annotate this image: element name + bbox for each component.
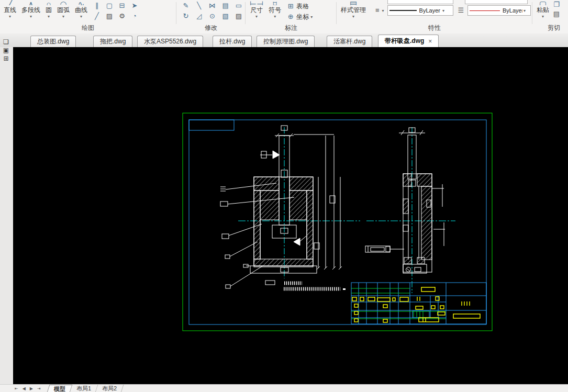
style-manager-icon: ▤ [350,0,357,5]
file-tab[interactable]: 拖把.dwg [93,36,132,47]
table-icon: ⊞ [286,2,295,11]
last-layout-button[interactable]: ⇥ [37,386,41,391]
file-tab-active[interactable]: 带杆吸盘.dwg × [378,35,439,47]
hatch-edit-icon[interactable]: ▨ [234,12,243,21]
panel-draw: ╱ 直线 ▾ ∧ 多段线 ▾ ○ 圆 ▾ ◠ 圆弧 ▾ ∿ 曲线 [1,0,175,33]
panel-modify: ✎ ↻ ╲ ◿ ⋈ ⊙ ▤ ▧ ▭ ▨ 修改 [178,0,244,33]
chevron-down-icon[interactable]: ▾ [542,15,544,18]
gear-icon[interactable]: ⚙ [117,12,127,21]
paste-label: 粘贴 [537,6,549,15]
paste-button[interactable]: ▢ 粘贴 ▾ [534,0,552,18]
chevron-down-icon[interactable]: ▾ [310,15,313,19]
next-layout-button[interactable]: ▶ [30,386,33,391]
symbol-label: 符号 [269,6,281,15]
chevron-down-icon[interactable]: ▾ [80,15,82,18]
side-tool-icon-1[interactable]: ❏ [2,38,10,46]
dimension-button[interactable]: ⊢⊣ 尺寸 ▾ [247,0,266,18]
file-tab[interactable]: 拉杆.dwg [213,36,252,47]
line-label: 直线 [4,6,16,15]
arc-label: 圆弧 [57,6,70,15]
spline-button[interactable]: ∿ 曲线 ▾ [72,0,90,18]
cutoff-control [387,0,453,4]
lineweight-value: ByLayer [419,7,440,14]
dimension-icon: ⊢⊣ [250,0,263,5]
line-button[interactable]: ╱ 直线 ▾ [1,0,19,18]
chevron-down-icon[interactable]: ▾ [255,15,258,18]
rotate-icon[interactable]: ↻ [181,12,191,21]
panel-separator [336,2,337,24]
model-canvas[interactable] [13,47,568,384]
copy-clip-icon[interactable]: ❐ [552,0,561,9]
modify-edit-icon[interactable]: ✎ [181,1,191,10]
panel-separator [532,2,532,24]
linetype-select[interactable]: ByLayer ▾ [467,5,531,16]
table-label: 表格 [296,2,309,11]
chevron-down-icon[interactable]: ▾ [524,9,526,13]
construction-line-icon[interactable]: ╱ [92,12,102,21]
tab-layout1[interactable]: 布局1 [70,385,98,392]
title-block [351,283,486,324]
leader-icon[interactable]: ➤ [130,1,139,10]
file-tab[interactable]: 活塞杆.dwg [327,36,372,47]
box3d-icon[interactable]: ▧ [221,12,230,21]
linetype-sample [470,10,500,11]
circle-button[interactable]: ○ 圆 ▾ [43,0,54,18]
close-icon[interactable]: × [428,38,432,45]
region-icon[interactable]: ▢ [105,1,114,10]
polyline-button[interactable]: ∧ 多段线 ▾ [19,0,43,18]
arc-button[interactable]: ◠ 圆弧 ▾ [54,0,72,18]
chevron-down-icon[interactable]: ▾ [274,15,276,18]
file-tab-label: 拉杆.dwg [219,37,245,46]
file-tab-label: 总装图.dwg [37,37,69,46]
circle-icon: ○ [46,0,51,5]
lineweight-select[interactable]: ByLayer ▾ [387,5,454,16]
file-tab[interactable]: 水泵ASP5526.dwg [137,36,203,47]
table-button[interactable]: ⊞ 表格 [286,1,313,12]
rectangle-icon[interactable]: ▭ [234,1,243,10]
paste-special-icon[interactable]: ▤ [552,9,561,19]
linetype-icon[interactable]: ☰ [456,6,465,15]
chevron-down-icon[interactable]: ▾ [352,15,354,18]
file-tab[interactable]: 控制原理图.dwg [257,36,315,47]
chevron-down-icon[interactable]: ▾ [62,15,64,18]
revolve-icon[interactable]: ⊙ [207,12,217,21]
coordinate-button[interactable]: ⊕ 坐标 ▾ [286,12,313,22]
panel-clipboard: ▢ 粘贴 ▾ ❐ ▤ 剪切 [534,0,568,33]
lineweight-icon[interactable]: ≡ [373,6,382,15]
chevron-down-icon[interactable]: ▾ [9,15,11,18]
side-tool-icon-2[interactable]: ▣ [2,46,10,54]
xline-icon[interactable]: ∥ [92,1,102,10]
side-toolbar: ❏ ▣ ⊞ [2,38,12,63]
file-tab-bar: 总装图.dwg 拖把.dwg 水泵ASP5526.dwg 拉杆.dwg 控制原理… [0,33,568,47]
chevron-down-icon[interactable]: ▾ [48,15,50,18]
mirror-icon[interactable]: ⋈ [207,1,217,10]
file-tab[interactable]: 总装图.dwg [30,36,76,47]
first-layout-button[interactable]: ⇤ [15,386,18,391]
file-tab-label: 水泵ASP5526.dwg [144,37,196,46]
prev-layout-button[interactable]: ◀ [23,386,26,391]
hatch-icon[interactable]: ▨ [105,12,114,21]
erase-icon[interactable]: ╲ [194,1,204,10]
chamfer-icon[interactable]: ◿ [194,12,204,21]
tab-layout1-label: 布局1 [76,385,91,392]
copy-icon[interactable]: ▤ [221,1,230,10]
chevron-down-icon[interactable]: ▾ [30,15,32,18]
lineweight-sample [389,10,417,11]
sheet-border [183,113,492,331]
symbol-button[interactable]: ⌑ 符号 ▾ [266,0,284,18]
side-tool-icon-3[interactable]: ⊞ [2,54,10,63]
clipboard-panel-label: 剪切 [534,24,568,32]
tab-model[interactable]: 模型 [47,385,72,392]
style-manager-button[interactable]: ▤ 样式管理 ▾ [338,0,369,18]
spline-icon: ∿ [78,0,85,5]
coordinate-label: 坐标 [296,13,309,21]
panel-separator [245,2,246,24]
panel-properties: ▤ 样式管理 ▾ ≡ ▾ ByLayer ▾ ☰ ByLayer ▾ 特性 [338,0,531,33]
arc-text-icon[interactable]: ◔ [130,12,139,21]
chevron-down-icon[interactable]: ▾ [442,9,444,13]
flange-icon[interactable]: ⊟ [117,1,127,10]
polyline-icon: ∧ [28,0,34,5]
tab-layout2[interactable]: 布局2 [95,385,124,392]
drawing [13,47,568,384]
chevron-down-icon[interactable]: ▾ [382,9,384,13]
